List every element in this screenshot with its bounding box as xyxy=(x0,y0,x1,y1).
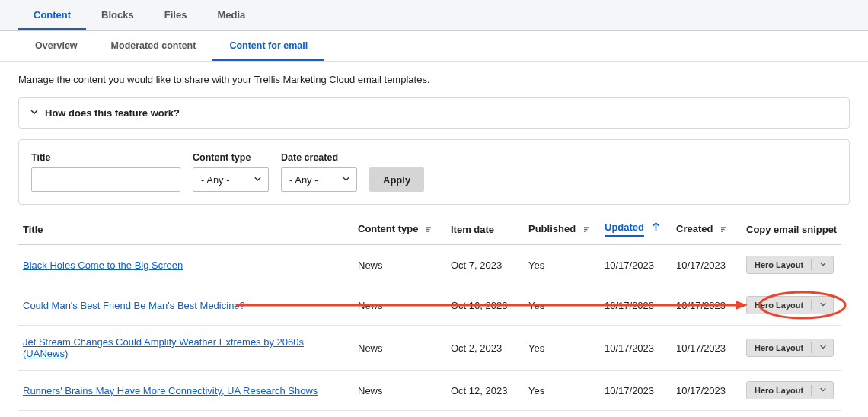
row-content-type: News xyxy=(353,245,446,285)
copy-snippet-button[interactable]: Hero Layout xyxy=(746,256,834,274)
row-updated: 10/17/2023 xyxy=(600,411,672,418)
row-created: 10/17/2023 xyxy=(672,245,742,285)
row-title-link[interactable]: Could Man's Best Friend Be Man's Best Me… xyxy=(23,300,245,311)
sort-icon xyxy=(720,224,727,235)
row-created: 10/17/2023 xyxy=(672,371,742,411)
chevron-down-icon xyxy=(30,107,39,119)
tab-media[interactable]: Media xyxy=(202,0,260,30)
row-item-date: Oct 12, 2023 xyxy=(446,371,524,411)
row-created: 10/17/2023 xyxy=(672,411,742,418)
filter-date-created-field: Date created - Any - xyxy=(281,152,357,192)
filter-panel: Title Content type - Any - Date created … xyxy=(18,139,850,205)
divider xyxy=(811,259,812,270)
filter-title-field: Title xyxy=(31,152,180,192)
col-created[interactable]: Created xyxy=(672,214,742,245)
chevron-down-icon xyxy=(254,174,262,186)
page-content: Manage the content you would like to sha… xyxy=(0,62,868,417)
tab-content[interactable]: Content xyxy=(18,0,86,30)
filter-date-created-label: Date created xyxy=(281,152,357,163)
col-published[interactable]: Published xyxy=(524,214,600,245)
copy-snippet-button[interactable]: Hero Layout xyxy=(746,296,834,314)
accordion-how-it-works[interactable]: How does this feature work? xyxy=(18,97,850,129)
table-row: Jet Stream Changes Could Amplify Weather… xyxy=(18,326,850,371)
copy-snippet-button[interactable]: Hero Layout xyxy=(746,381,834,399)
chevron-down-icon xyxy=(819,343,827,352)
row-title-link[interactable]: Runners' Brains May Have More Connectivi… xyxy=(23,385,318,396)
subtab-content-for-email[interactable]: Content for email xyxy=(212,31,324,61)
col-item-date[interactable]: Item date xyxy=(446,214,524,245)
divider xyxy=(811,342,812,353)
row-content-type: News xyxy=(353,411,446,418)
col-copy-snippet: Copy email snippet xyxy=(742,214,841,245)
col-content-type-label: Content type xyxy=(358,223,418,234)
primary-tabs: Content Blocks Files Media xyxy=(0,0,868,31)
row-content-type: News xyxy=(353,326,446,371)
col-updated[interactable]: Updated xyxy=(600,214,672,245)
col-created-label: Created xyxy=(676,223,713,234)
divider xyxy=(811,385,812,396)
sort-icon xyxy=(426,224,432,235)
subtab-overview[interactable]: Overview xyxy=(18,31,94,61)
sort-ascending-icon xyxy=(652,222,660,234)
filter-content-type-label: Content type xyxy=(193,152,269,163)
filter-date-created-value: - Any - xyxy=(289,174,318,186)
col-content-type[interactable]: Content type xyxy=(353,214,446,245)
secondary-tabs: Overview Moderated content Content for e… xyxy=(0,31,868,62)
filter-date-created-select[interactable]: - Any - xyxy=(281,167,357,192)
copy-snippet-button[interactable]: Hero Layout xyxy=(746,339,834,357)
tab-files[interactable]: Files xyxy=(149,0,203,30)
sort-icon xyxy=(583,224,590,235)
row-item-date: Oct 7, 2023 xyxy=(446,245,524,285)
filter-title-input[interactable] xyxy=(31,167,180,192)
row-content-type: News xyxy=(353,371,446,411)
table-row: Could Man's Best Friend Be Man's Best Me… xyxy=(18,285,850,326)
subtab-moderated[interactable]: Moderated content xyxy=(94,31,213,61)
tab-blocks[interactable]: Blocks xyxy=(86,0,149,30)
accordion-title: How does this feature work? xyxy=(45,107,180,119)
row-published: Yes xyxy=(524,326,600,371)
row-published: Yes xyxy=(524,411,600,418)
row-published: Yes xyxy=(524,245,600,285)
content-table: Title Content type Item date Published U… xyxy=(18,214,850,417)
chevron-down-icon xyxy=(819,386,827,395)
row-published: Yes xyxy=(524,285,600,326)
filter-content-type-value: - Any - xyxy=(201,174,230,186)
col-updated-label: Updated xyxy=(605,221,644,237)
chevron-down-icon xyxy=(819,260,827,269)
row-updated: 10/17/2023 xyxy=(600,371,672,411)
row-updated: 10/17/2023 xyxy=(600,285,672,326)
row-published: Yes xyxy=(524,371,600,411)
chevron-down-icon xyxy=(342,174,350,186)
snippet-button-label: Hero Layout xyxy=(755,301,803,310)
snippet-button-label: Hero Layout xyxy=(755,386,803,395)
row-updated: 10/17/2023 xyxy=(600,245,672,285)
row-item-date: Oct 2, 2023 xyxy=(446,326,524,371)
row-created: 10/17/2023 xyxy=(672,326,742,371)
row-created: 10/17/2023 xyxy=(672,285,742,326)
table-header-row: Title Content type Item date Published U… xyxy=(18,214,850,245)
col-published-label: Published xyxy=(528,223,576,234)
snippet-button-label: Hero Layout xyxy=(755,343,803,352)
table-row: Runners' Brains May Have More Connectivi… xyxy=(18,371,850,411)
row-updated: 10/17/2023 xyxy=(600,326,672,371)
intro-text: Manage the content you would like to sha… xyxy=(18,74,850,85)
table-row: Fruit Flies and Cellular Demise – Zeroin… xyxy=(18,411,850,418)
apply-button[interactable]: Apply xyxy=(369,167,424,192)
filter-title-label: Title xyxy=(31,152,180,163)
filter-content-type-select[interactable]: - Any - xyxy=(193,167,269,192)
row-title-link[interactable]: Black Holes Come to the Big Screen xyxy=(23,259,183,271)
divider xyxy=(811,300,812,310)
row-content-type: News xyxy=(353,285,446,326)
filter-content-type-field: Content type - Any - xyxy=(193,152,269,192)
chevron-down-icon xyxy=(819,301,827,310)
snippet-button-label: Hero Layout xyxy=(755,260,803,269)
row-title-link[interactable]: Jet Stream Changes Could Amplify Weather… xyxy=(23,336,304,359)
row-item-date: Oct 16, 2023 xyxy=(446,285,524,326)
row-item-date: Oct 7, 2023 xyxy=(446,411,524,418)
table-row: Black Holes Come to the Big ScreenNewsOc… xyxy=(18,245,850,285)
col-title[interactable]: Title xyxy=(18,214,353,245)
